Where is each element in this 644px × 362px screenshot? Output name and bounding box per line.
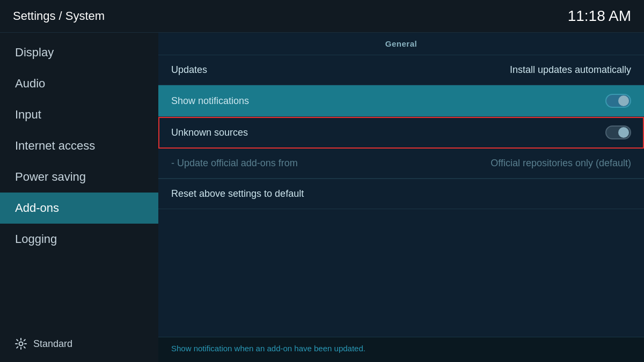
page-title: Settings / System xyxy=(13,9,105,23)
section-header: General xyxy=(158,33,644,55)
main-layout: Display Audio Input Internet access Powe… xyxy=(0,33,644,362)
update-addons-value: Official repositories only (default) xyxy=(491,158,631,169)
sidebar-item-display[interactable]: Display xyxy=(0,37,158,68)
sidebar-item-power-saving[interactable]: Power saving xyxy=(0,161,158,193)
sidebar-item-add-ons[interactable]: Add-ons xyxy=(0,193,158,224)
updates-label: Updates xyxy=(171,64,207,76)
sidebar-item-internet-access[interactable]: Internet access xyxy=(0,130,158,161)
svg-point-0 xyxy=(19,342,23,346)
app-header: Settings / System 11:18 AM xyxy=(0,0,644,33)
clock: 11:18 AM xyxy=(568,8,631,25)
content-area: General Updates Install updates automati… xyxy=(158,33,644,362)
gear-icon xyxy=(15,338,27,350)
update-addons-label: - Update official add-ons from xyxy=(171,158,298,169)
row-update-addons[interactable]: - Update official add-ons from Official … xyxy=(158,149,644,179)
toggle-knob xyxy=(618,95,629,106)
toggle-knob-unknown xyxy=(618,127,629,138)
show-notifications-label: Show notifications xyxy=(171,95,249,107)
sidebar: Display Audio Input Internet access Powe… xyxy=(0,33,158,362)
sidebar-item-logging[interactable]: Logging xyxy=(0,224,158,255)
settings-section: General Updates Install updates automati… xyxy=(158,33,644,337)
row-show-notifications[interactable]: Show notifications xyxy=(158,85,644,117)
unknown-sources-label: Unknown sources xyxy=(171,127,248,138)
reset-label: Reset above settings to default xyxy=(171,188,304,200)
status-bar: Show notification when an add-on have be… xyxy=(158,337,644,362)
updates-value: Install updates automatically xyxy=(510,64,631,76)
row-unknown-sources[interactable]: Unknown sources xyxy=(158,117,644,149)
sidebar-item-audio[interactable]: Audio xyxy=(0,68,158,99)
sidebar-nav: Display Audio Input Internet access Powe… xyxy=(0,37,158,255)
row-updates[interactable]: Updates Install updates automatically xyxy=(158,55,644,85)
status-text: Show notification when an add-on have be… xyxy=(171,344,365,353)
show-notifications-toggle[interactable] xyxy=(605,94,631,108)
unknown-sources-toggle[interactable] xyxy=(605,125,631,139)
row-reset[interactable]: Reset above settings to default xyxy=(158,179,644,209)
sidebar-footer[interactable]: Standard xyxy=(0,329,158,358)
sidebar-item-input[interactable]: Input xyxy=(0,99,158,130)
level-label: Standard xyxy=(33,338,72,350)
